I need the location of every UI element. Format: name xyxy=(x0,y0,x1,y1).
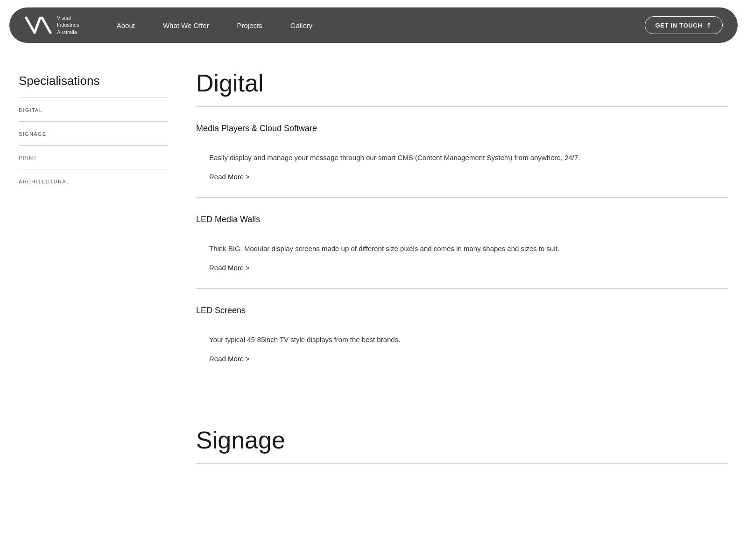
nav-projects[interactable]: Projects xyxy=(237,21,262,29)
led-screens-heading: LED Screens xyxy=(196,306,728,315)
svg-line-0 xyxy=(26,18,35,33)
sidebar-item-architectural[interactable]: ARCHITECTURAL xyxy=(19,169,168,193)
nav-gallery[interactable]: Gallery xyxy=(290,21,313,29)
content-area: Digital Media Players & Cloud Software E… xyxy=(168,69,728,481)
media-players-read-more[interactable]: Read More > xyxy=(196,173,249,181)
read-more-arrow-icon-2: > xyxy=(246,264,249,272)
logo-text: Visual Industries Australia xyxy=(57,14,79,36)
led-screens-description: Your typical 45-85inch TV style displays… xyxy=(196,334,728,345)
main-content: Specialisations DIGITAL SIGNAGE PRINT AR… xyxy=(0,50,747,481)
cta-arrow-icon: ↗ xyxy=(705,21,714,30)
led-media-walls-read-more[interactable]: Read More > xyxy=(196,264,249,272)
led-screens-read-more[interactable]: Read More > xyxy=(196,355,249,363)
main-nav: About What We Offer Projects Gallery xyxy=(117,21,645,29)
led-media-walls-heading: LED Media Walls xyxy=(196,215,728,224)
cta-area: GET IN TOUCH ↗ xyxy=(645,16,723,34)
sidebar-item-signage[interactable]: SIGNAGE xyxy=(19,122,168,146)
navbar: Visual Industries Australia About What W… xyxy=(9,7,738,43)
digital-section-title: Digital xyxy=(196,69,728,97)
sidebar: Specialisations DIGITAL SIGNAGE PRINT AR… xyxy=(19,69,168,481)
digital-section: Digital Media Players & Cloud Software E… xyxy=(196,69,728,379)
logo[interactable]: Visual Industries Australia xyxy=(24,14,79,36)
media-players-block: Media Players & Cloud Software Easily di… xyxy=(196,124,728,197)
nav-what-we-offer[interactable]: What We Offer xyxy=(163,21,209,29)
sidebar-item-print[interactable]: PRINT xyxy=(19,146,168,169)
led-media-walls-block: LED Media Walls Think BIG. Modular displ… xyxy=(196,215,728,288)
signage-section-title: Signage xyxy=(196,426,728,454)
svg-line-2 xyxy=(42,18,50,33)
get-in-touch-button[interactable]: GET IN TOUCH ↗ xyxy=(645,16,723,34)
svg-line-1 xyxy=(35,18,40,33)
led-media-walls-description: Think BIG. Modular display screens made … xyxy=(196,243,728,254)
signage-section: Signage xyxy=(196,426,728,464)
sidebar-title: Specialisations xyxy=(19,74,168,88)
media-players-heading: Media Players & Cloud Software xyxy=(196,124,728,133)
digital-section-divider xyxy=(196,106,728,107)
led-screens-block: LED Screens Your typical 45-85inch TV st… xyxy=(196,306,728,379)
read-more-arrow-icon: > xyxy=(246,173,249,181)
media-players-description: Easily display and manage your message t… xyxy=(196,152,728,163)
signage-section-divider xyxy=(196,463,728,464)
divider-1 xyxy=(196,197,728,198)
divider-2 xyxy=(196,288,728,289)
read-more-arrow-icon-3: > xyxy=(246,355,249,363)
nav-about[interactable]: About xyxy=(117,21,135,29)
logo-icon xyxy=(24,14,52,36)
sidebar-item-digital[interactable]: DIGITAL xyxy=(19,98,168,122)
